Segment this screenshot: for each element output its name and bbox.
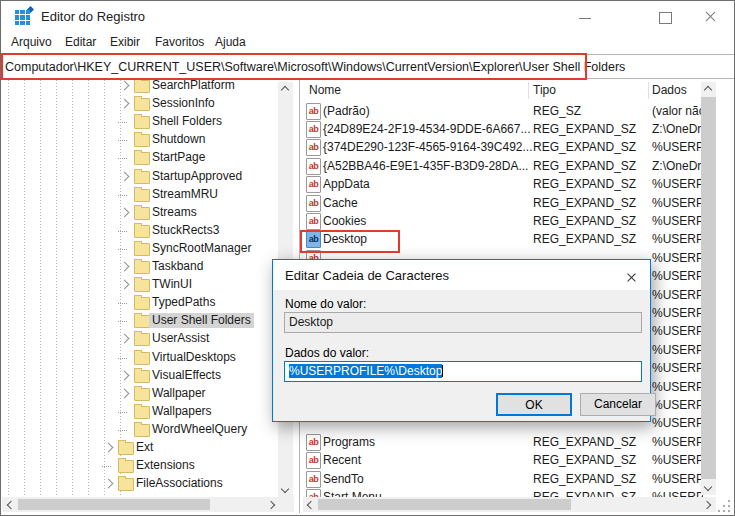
tree-item-visualeffects[interactable]: VisualEffects <box>2 367 299 385</box>
dialog-close-icon[interactable] <box>618 268 644 286</box>
tree-horizontal-scrollbar[interactable] <box>2 497 294 512</box>
tree-connector <box>118 158 127 159</box>
tree-item-wordwheelquery[interactable]: WordWheelQuery <box>2 421 299 439</box>
value-row-cache[interactable]: ab Cache REG_EXPAND_SZ %USERPROF <box>303 194 703 212</box>
expand-chevron-icon[interactable] <box>120 81 130 91</box>
folder-icon <box>118 442 134 455</box>
column-separator[interactable] <box>528 82 529 99</box>
tree-item-label: Shutdown <box>149 132 208 147</box>
tree-connector <box>118 358 127 359</box>
tree-item-shell-folders[interactable]: Shell Folders <box>2 113 299 131</box>
value-type: REG_EXPAND_SZ <box>533 194 636 212</box>
string-value-icon: ab <box>306 434 321 451</box>
expand-chevron-icon[interactable] <box>120 334 130 344</box>
expand-chevron-icon[interactable] <box>104 479 114 489</box>
tree-item-sessioninfo[interactable]: SessionInfo <box>2 95 299 113</box>
tree-item-startpage[interactable]: StartPage <box>2 149 299 167</box>
expand-chevron-icon[interactable] <box>104 443 114 453</box>
tree-connector <box>118 412 127 413</box>
tree-item-searchplatform[interactable]: SearchPlatform <box>2 80 299 95</box>
tree-item-typedpaths[interactable]: TypedPaths <box>2 294 299 312</box>
tree-item-label: UserAssist <box>149 331 212 346</box>
value-row-sendto[interactable]: ab SendTo REG_EXPAND_SZ %USERPROF <box>303 470 703 488</box>
tree-item-userassist[interactable]: UserAssist <box>2 330 299 348</box>
column-header-dados[interactable]: Dados <box>652 83 687 97</box>
tree-item-twinui[interactable]: TWinUI <box>2 276 299 294</box>
string-value-icon: ab <box>306 139 321 156</box>
tree-item-label: SyncRootManager <box>149 241 254 256</box>
tree-item-virtualdesktops[interactable]: VirtualDesktops <box>2 349 299 367</box>
tree-connector <box>118 195 127 196</box>
minimize-icon[interactable] <box>579 18 591 19</box>
tree-connector <box>118 231 127 232</box>
folder-icon <box>134 207 150 220</box>
list-vertical-scrollbar[interactable] <box>701 82 716 495</box>
menu-item-arquivo[interactable]: Arquivo <box>11 35 52 49</box>
tree-item-streammru[interactable]: StreamMRU <box>2 186 299 204</box>
value-name-field: Desktop <box>284 312 642 333</box>
cancel-button[interactable]: Cancelar <box>580 393 656 416</box>
tree-item-streams[interactable]: Streams <box>2 204 299 222</box>
tree-item-label: Ext <box>133 440 156 455</box>
maximize-icon[interactable] <box>659 12 672 24</box>
text-caret <box>442 365 443 377</box>
tree-item-stuckrects3[interactable]: StuckRects3 <box>2 222 299 240</box>
folder-icon <box>134 80 150 93</box>
menu-item-ajuda[interactable]: Ajuda <box>215 35 246 49</box>
expand-chevron-icon[interactable] <box>120 370 130 380</box>
tree-item-syncrootmanager[interactable]: SyncRootManager <box>2 240 299 258</box>
menu-item-editar[interactable]: Editar <box>65 35 96 49</box>
title-bar: Editor do Registro <box>1 1 734 32</box>
ok-button[interactable]: OK <box>496 393 572 416</box>
resize-grip[interactable] <box>718 500 731 513</box>
string-value-icon: ab <box>306 452 321 469</box>
value-data: %USERPROF <box>652 470 703 488</box>
column-header-tipo[interactable]: Tipo <box>533 83 556 97</box>
value-row--padr-o-[interactable]: ab (Padrão) REG_SZ (valor não de <box>303 102 703 120</box>
tree-item-startupapproved[interactable]: StartupApproved <box>2 168 299 186</box>
tree-item-wallpaper[interactable]: Wallpaper <box>2 385 299 403</box>
tree-item-wallpapers[interactable]: Wallpapers <box>2 403 299 421</box>
value-data: Z:\OneDrive\ <box>652 120 703 138</box>
tree-item-label: StreamMRU <box>149 187 221 202</box>
value-row-appdata[interactable]: ab AppData REG_EXPAND_SZ %USERPROF <box>303 175 703 193</box>
tree-connector <box>118 140 127 141</box>
value-row-cookies[interactable]: ab Cookies REG_EXPAND_SZ %USERPROF <box>303 212 703 230</box>
value-row-recent[interactable]: ab Recent REG_EXPAND_SZ %USERPROF <box>303 451 703 469</box>
value-type: REG_EXPAND_SZ <box>533 212 636 230</box>
expand-chevron-icon[interactable] <box>120 99 130 109</box>
expand-chevron-icon[interactable] <box>120 171 130 181</box>
menu-item-exibir[interactable]: Exibir <box>110 35 140 49</box>
expand-chevron-icon[interactable] <box>120 388 130 398</box>
tree-connector <box>118 303 127 304</box>
value-data-input[interactable]: %USERPROFILE%\Desktop <box>284 361 642 382</box>
tree-item-ext[interactable]: Ext <box>2 439 299 457</box>
expand-chevron-icon[interactable] <box>120 262 130 272</box>
folder-icon <box>134 424 150 437</box>
value-name: AppData <box>323 175 370 193</box>
value-data: %USERPROF <box>652 378 703 396</box>
column-header-nome[interactable]: Nome <box>309 83 341 97</box>
value-row-desktop[interactable]: ab Desktop REG_EXPAND_SZ %USERPROF <box>303 230 703 248</box>
menu-item-favoritos[interactable]: Favoritos <box>155 35 204 49</box>
tree-item-shutdown[interactable]: Shutdown <box>2 131 299 149</box>
value-row-programs[interactable]: ab Programs REG_EXPAND_SZ %USERPROF <box>303 433 703 451</box>
string-value-icon: ab <box>306 213 321 230</box>
value-row--374de290-123f-4565-9164-39c492-[interactable]: ab {374DE290-123F-4565-9164-39C492... RE… <box>303 138 703 156</box>
tree-item-user-shell-folders[interactable]: User Shell Folders <box>2 312 299 330</box>
tree-item-label: User Shell Folders <box>149 313 254 328</box>
value-type: REG_EXPAND_SZ <box>533 230 636 248</box>
value-row--a52bba46-e9e1-435f-b3d9-28da-[interactable]: ab {A52BBA46-E9E1-435F-B3D9-28DA... REG_… <box>303 157 703 175</box>
expand-chevron-icon[interactable] <box>120 207 130 217</box>
address-bar-input[interactable]: Computador\HKEY_CURRENT_USER\Software\Mi… <box>1 54 734 79</box>
tree-item-extensions[interactable]: Extensions <box>2 457 299 475</box>
expand-chevron-icon[interactable] <box>120 280 130 290</box>
folder-icon <box>134 225 150 238</box>
value-data-label: Dados do valor: <box>285 346 369 360</box>
list-horizontal-scrollbar[interactable] <box>303 497 716 512</box>
value-name: {374DE290-123F-4565-9164-39C492... <box>323 138 532 156</box>
tree-item-fileassociations[interactable]: FileAssociations <box>2 475 299 493</box>
tree-item-taskband[interactable]: Taskband <box>2 258 299 276</box>
column-separator[interactable] <box>648 82 649 99</box>
value-row--24d89e24-2f19-4534-9dde-6a667-[interactable]: ab {24D89E24-2F19-4534-9DDE-6A667... REG… <box>303 120 703 138</box>
